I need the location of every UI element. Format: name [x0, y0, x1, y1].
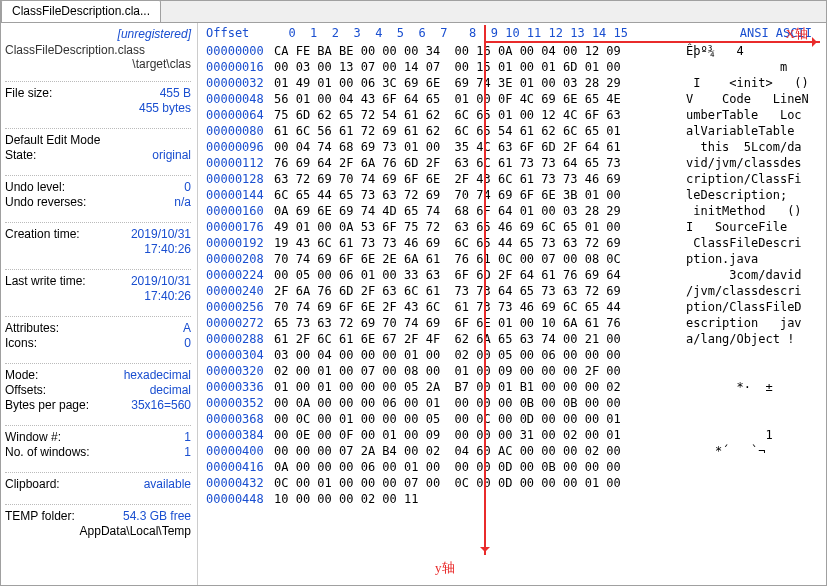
ascii-cell: initMethod (): [680, 203, 826, 219]
file-path: ClassFileDescription.class \target\clas: [5, 43, 191, 71]
hex-bytes[interactable]: 76 69 64 2F 6A 76 6D 2F 63 6C 61 73 73 6…: [274, 155, 680, 171]
offset-cell: 00000128: [198, 171, 274, 187]
ascii-cell: cription/ClassFi: [680, 171, 826, 187]
offset-cell: 00000048: [198, 91, 274, 107]
ascii-cell: vid/jvm/classdes: [680, 155, 826, 171]
tab-file[interactable]: ClassFileDescription.cla...: [1, 0, 161, 22]
ascii-cell: [680, 475, 826, 491]
ascii-cell: ption.java: [680, 251, 826, 267]
hex-bytes[interactable]: 2F 6A 76 6D 2F 63 6C 61 73 73 64 65 73 6…: [274, 283, 680, 299]
offset-cell: 00000272: [198, 315, 274, 331]
offset-cell: 00000368: [198, 411, 274, 427]
offset-cell: 00000240: [198, 283, 274, 299]
ascii-cell: ClassFileDescri: [680, 235, 826, 251]
hex-bytes[interactable]: 61 6C 56 61 72 69 61 62 6C 65 54 61 62 6…: [274, 123, 680, 139]
offset-cell: 00000160: [198, 203, 274, 219]
offset-cell: 00000176: [198, 219, 274, 235]
hex-bytes[interactable]: 0A 69 6E 69 74 4D 65 74 68 6F 64 01 00 0…: [274, 203, 680, 219]
offset-cell: 00000320: [198, 363, 274, 379]
x-axis-arrow: [484, 41, 820, 43]
registration-status: [unregistered]: [5, 27, 191, 41]
offset-cell: 00000208: [198, 251, 274, 267]
hex-bytes[interactable]: 02 00 01 00 07 00 08 00 01 00 09 00 00 0…: [274, 363, 680, 379]
hex-bytes[interactable]: 19 43 6C 61 73 73 46 69 6C 65 44 65 73 6…: [274, 235, 680, 251]
ascii-cell: 3com/david: [680, 267, 826, 283]
ascii-cell: ption/ClassFileD: [680, 299, 826, 315]
ascii-cell: a/lang/Object !: [680, 331, 826, 347]
ascii-cell: I <init> (): [680, 75, 826, 91]
hex-bytes[interactable]: 00 04 74 68 69 73 01 00 35 4C 63 6F 6D 2…: [274, 139, 680, 155]
hex-bytes[interactable]: 70 74 69 6F 6E 2E 6A 61 76 61 0C 00 07 0…: [274, 251, 680, 267]
offset-cell: 00000064: [198, 107, 274, 123]
hdr-offset: Offset: [198, 23, 274, 43]
hex-bytes[interactable]: 70 74 69 6F 6E 2F 43 6C 61 73 73 46 69 6…: [274, 299, 680, 315]
offset-cell: 00000000: [198, 43, 274, 59]
x-axis-label: X轴: [786, 25, 808, 43]
hex-bytes[interactable]: 00 0C 00 01 00 00 00 05 00 0C 00 0D 00 0…: [274, 411, 680, 427]
hex-bytes[interactable]: 01 00 01 00 00 00 05 2A B7 00 01 B1 00 0…: [274, 379, 680, 395]
hdr-columns: 0 1 2 3 4 5 6 7 8 9 10 11 12 13 14 15: [274, 23, 680, 43]
hex-bytes[interactable]: 56 01 00 04 43 6F 64 65 01 00 0F 4C 69 6…: [274, 91, 680, 107]
ascii-cell: escription jav: [680, 315, 826, 331]
hex-bytes[interactable]: 63 72 69 70 74 69 6F 6E 2F 43 6C 61 73 7…: [274, 171, 680, 187]
ascii-cell: this 5Lcom/da: [680, 139, 826, 155]
hex-bytes[interactable]: 00 05 00 06 01 00 33 63 6F 6D 2F 64 61 7…: [274, 267, 680, 283]
offset-cell: 00000432: [198, 475, 274, 491]
ascii-cell: 1: [680, 427, 826, 443]
hex-bytes[interactable]: 00 0A 00 00 00 06 00 01 00 00 00 0B 00 0…: [274, 395, 680, 411]
ascii-cell: [680, 363, 826, 379]
ascii-cell: [680, 491, 826, 507]
ascii-cell: alVariableTable: [680, 123, 826, 139]
offset-cell: 00000080: [198, 123, 274, 139]
hex-bytes[interactable]: 10 00 00 00 02 00 11: [274, 491, 680, 507]
ascii-cell: *· ±: [680, 379, 826, 395]
hex-bytes[interactable]: 65 73 63 72 69 70 74 69 6F 6E 01 00 10 6…: [274, 315, 680, 331]
ascii-cell: V Code LineN: [680, 91, 826, 107]
hex-bytes[interactable]: 0C 00 01 00 00 00 07 00 0C 00 0D 00 00 0…: [274, 475, 680, 491]
offset-cell: 00000288: [198, 331, 274, 347]
offset-cell: 00000416: [198, 459, 274, 475]
tab-bar: ClassFileDescription.cla...: [1, 1, 826, 23]
offset-cell: 00000256: [198, 299, 274, 315]
hex-bytes[interactable]: 61 2F 6C 61 6E 67 2F 4F 62 6A 65 63 74 0…: [274, 331, 680, 347]
ascii-cell: I SourceFile: [680, 219, 826, 235]
y-axis-arrow: [484, 25, 486, 555]
offset-cell: 00000384: [198, 427, 274, 443]
ascii-cell: leDescription;: [680, 187, 826, 203]
hex-bytes[interactable]: CA FE BA BE 00 00 00 34 00 16 0A 00 04 0…: [274, 43, 680, 59]
hex-bytes[interactable]: 75 6D 62 65 72 54 61 62 6C 65 01 00 12 4…: [274, 107, 680, 123]
offset-cell: 00000016: [198, 59, 274, 75]
ascii-cell: m: [680, 59, 826, 75]
hex-bytes[interactable]: 0A 00 00 00 06 00 01 00 00 00 0D 00 0B 0…: [274, 459, 680, 475]
offset-cell: 00000352: [198, 395, 274, 411]
hex-bytes[interactable]: 49 01 00 0A 53 6F 75 72 63 65 46 69 6C 6…: [274, 219, 680, 235]
offset-cell: 00000304: [198, 347, 274, 363]
y-axis-label: y轴: [435, 559, 455, 577]
offset-cell: 00000400: [198, 443, 274, 459]
ascii-cell: *´ `¬: [680, 443, 826, 459]
offset-cell: 00000224: [198, 267, 274, 283]
hex-bytes[interactable]: 00 00 00 07 2A B4 00 02 04 60 AC 00 00 0…: [274, 443, 680, 459]
hex-view[interactable]: Offset 0 1 2 3 4 5 6 7 8 9 10 11 12 13 1…: [198, 23, 826, 585]
ascii-cell: [680, 459, 826, 475]
hex-bytes[interactable]: 00 0E 00 0F 00 01 00 09 00 00 00 31 00 0…: [274, 427, 680, 443]
ascii-cell: /jvm/classdescri: [680, 283, 826, 299]
ascii-cell: Êþº¾ 4: [680, 43, 826, 59]
info-panel: [unregistered] ClassFileDescription.clas…: [1, 23, 198, 585]
offset-cell: 00000112: [198, 155, 274, 171]
hex-bytes[interactable]: 01 49 01 00 06 3C 69 6E 69 74 3E 01 00 0…: [274, 75, 680, 91]
ascii-cell: umberTable Loc: [680, 107, 826, 123]
ascii-cell: [680, 395, 826, 411]
offset-cell: 00000032: [198, 75, 274, 91]
offset-cell: 00000448: [198, 491, 274, 507]
offset-cell: 00000336: [198, 379, 274, 395]
ascii-cell: [680, 411, 826, 427]
offset-cell: 00000192: [198, 235, 274, 251]
hex-bytes[interactable]: 6C 65 44 65 73 63 72 69 70 74 69 6F 6E 3…: [274, 187, 680, 203]
hex-bytes[interactable]: 03 00 04 00 00 00 01 00 02 00 05 00 06 0…: [274, 347, 680, 363]
offset-cell: 00000096: [198, 139, 274, 155]
ascii-cell: [680, 347, 826, 363]
offset-cell: 00000144: [198, 187, 274, 203]
hex-bytes[interactable]: 00 03 00 13 07 00 14 07 00 15 01 00 01 6…: [274, 59, 680, 75]
